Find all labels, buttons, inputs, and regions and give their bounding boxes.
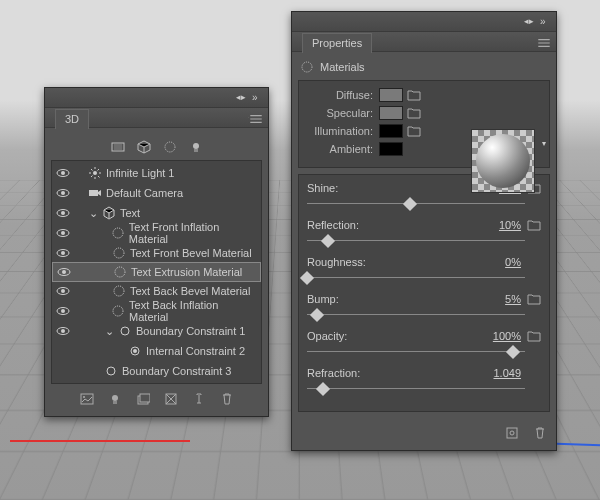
tree-row[interactable]: Text Front Bevel Material [52,243,261,263]
tree-row[interactable]: ⌄Boundary Constraint 1 [52,321,261,341]
collapse-arrows-icon[interactable]: ◂▸ [524,16,536,28]
svg-rect-3 [194,149,198,152]
tree-row[interactable]: Default Camera [52,183,261,203]
panel-3d-body: Infinite Light 1Default Camera⌄TextText … [45,128,268,416]
trash-icon[interactable] [217,390,237,408]
tree-row[interactable]: Internal Constraint 2 [52,341,261,361]
svg-point-25 [61,309,65,313]
panel-3d-filter-toolbar [51,134,262,160]
panel-3d-titlebar: ◂▸ » [45,88,268,108]
svg-point-14 [113,228,123,238]
slider-bump[interactable] [307,308,541,322]
swatch-ambient[interactable] [379,142,403,156]
slider-reflection[interactable] [307,234,541,248]
folder-icon[interactable] [527,293,541,305]
svg-point-2 [193,143,199,149]
tree-row[interactable]: Infinite Light 1 [52,163,261,183]
slider-label: Shine: [307,182,338,194]
slider-row-refraction: Refraction:1.049 [307,367,541,396]
visibility-eye-icon[interactable] [56,206,70,220]
swatch-illumination[interactable] [379,124,403,138]
slider-value[interactable]: 1.049 [479,367,521,379]
tree-row[interactable]: Text Extrusion Material [52,262,261,282]
double-chevron-icon[interactable]: » [252,92,264,104]
subheader-materials: Materials [298,58,550,80]
filter-meshes-icon[interactable] [134,138,154,156]
svg-point-42 [510,431,514,435]
visibility-eye-icon[interactable] [56,364,70,378]
circ-icon [104,364,118,378]
slider-value[interactable]: 5% [479,293,521,305]
svg-point-5 [61,171,65,175]
visibility-eye-icon[interactable] [56,166,70,180]
folder-icon[interactable] [407,125,421,137]
slider-label: Refraction: [307,367,360,379]
swatch-diffuse[interactable] [379,88,403,102]
panel-properties: ◂▸ » Properties Materials ▾ Diffuse: Spe… [291,11,557,451]
mat-icon [113,265,127,279]
new-light-icon[interactable] [105,390,125,408]
new-layer-icon[interactable] [133,390,153,408]
filter-lights-icon[interactable] [186,138,206,156]
panel-menu-icon[interactable] [536,35,552,49]
collapse-arrows-icon[interactable]: ◂▸ [236,92,248,104]
visibility-eye-icon[interactable] [56,284,70,298]
slider-opacity[interactable] [307,345,541,359]
slider-value[interactable]: 10% [479,219,521,231]
expand-caret-icon[interactable]: ⌄ [88,207,98,220]
folder-icon[interactable] [527,330,541,342]
folder-icon[interactable] [407,89,421,101]
trash-icon[interactable] [530,424,550,442]
slider-value[interactable]: 100% [479,330,521,342]
slider-label: Reflection: [307,219,359,231]
svg-point-23 [114,286,124,296]
panel-props-body: Materials ▾ Diffuse: Specular: Illuminat… [292,52,556,450]
tree-row[interactable]: Boundary Constraint 3 [52,361,261,381]
visibility-eye-icon[interactable] [56,304,70,318]
svg-point-31 [133,349,137,353]
slider-value[interactable]: 0% [479,256,521,268]
panel-3d-footer [51,384,262,410]
tree-row[interactable]: Text Back Inflation Material [52,301,261,321]
svg-rect-33 [81,394,93,404]
slider-section: Shine:50%Reflection:10%Roughness:0%Bump:… [298,174,550,412]
expand-caret-icon[interactable]: ⌄ [104,325,114,338]
folder-icon[interactable] [527,219,541,231]
tree-item-label: Text Extrusion Material [131,266,242,278]
slider-row-roughness: Roughness:0% [307,256,541,285]
visibility-eye-icon[interactable] [56,324,70,338]
panel-menu-icon[interactable] [248,111,264,125]
swatch-specular[interactable] [379,106,403,120]
swatch-section: ▾ Diffuse: Specular: Illumination: Ambie… [298,80,550,168]
add-image-icon[interactable] [77,390,97,408]
material-preview[interactable] [471,129,535,193]
tree-item-label: Boundary Constraint 1 [136,325,245,337]
visibility-eye-icon[interactable] [56,186,70,200]
svg-rect-9 [89,190,98,196]
tree-row[interactable]: Text Back Bevel Material [52,281,261,301]
slider-shine[interactable] [307,197,541,211]
visibility-eye-icon[interactable] [56,246,70,260]
slider-refraction[interactable] [307,382,541,396]
visibility-eye-icon[interactable] [56,226,70,240]
render-icon[interactable] [161,390,181,408]
svg-point-26 [113,306,123,316]
visibility-eye-icon[interactable] [57,265,71,279]
filter-materials-icon[interactable] [160,138,180,156]
slider-label: Bump: [307,293,339,305]
tab-3d[interactable]: 3D [55,109,89,129]
slider-row-opacity: Opacity:100% [307,330,541,359]
folder-icon[interactable] [407,107,421,119]
double-chevron-icon[interactable]: » [540,16,552,28]
preview-menu-chevron-icon[interactable]: ▾ [542,139,546,148]
tree-row[interactable]: Text Front Inflation Material [52,223,261,243]
duplicate-icon[interactable] [189,390,209,408]
render-settings-icon[interactable] [502,424,522,442]
mat-icon [111,304,125,318]
visibility-eye-icon[interactable] [56,344,70,358]
slider-roughness[interactable] [307,271,541,285]
tree-item-label: Text Back Inflation Material [129,299,257,323]
tab-properties[interactable]: Properties [302,33,372,53]
tree-row[interactable]: ⌄Text [52,203,261,223]
filter-scene-icon[interactable] [108,138,128,156]
